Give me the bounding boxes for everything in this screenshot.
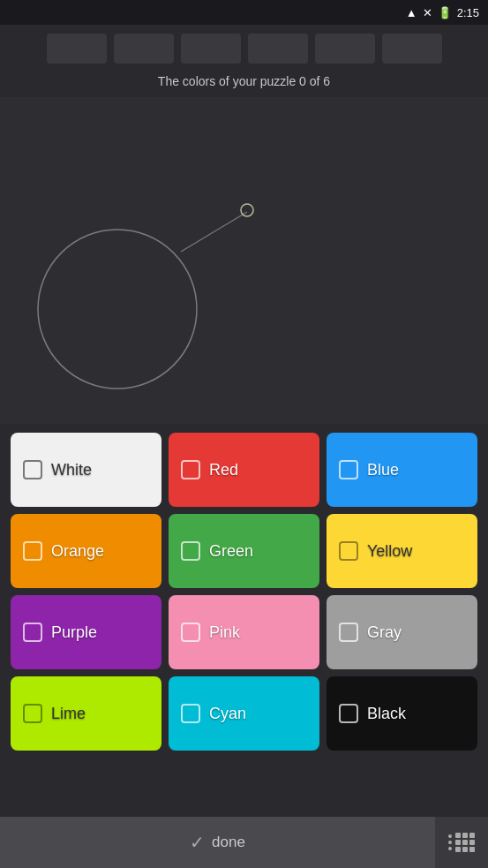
- done-label: done: [212, 834, 245, 851]
- svg-point-2: [241, 204, 253, 216]
- signal-icon: ✕: [423, 6, 432, 19]
- battery-icon: 🔋: [438, 6, 452, 19]
- checkbox-black: [339, 704, 358, 723]
- check-icon: ✓: [190, 832, 205, 853]
- dots-icon: [448, 834, 452, 850]
- color-button-lime[interactable]: Lime: [11, 676, 161, 751]
- color-button-gray[interactable]: Gray: [327, 595, 477, 669]
- clock: 2:15: [457, 6, 479, 19]
- color-button-green[interactable]: Green: [169, 514, 319, 588]
- color-label-lime: Lime: [51, 705, 86, 723]
- color-slot-5[interactable]: [315, 34, 375, 64]
- svg-point-0: [38, 230, 197, 389]
- color-label-red: Red: [209, 461, 238, 479]
- color-label-black: Black: [367, 705, 406, 723]
- color-button-blue[interactable]: Blue: [327, 433, 477, 507]
- color-slots: [0, 25, 488, 71]
- checkbox-white: [23, 460, 42, 479]
- color-slot-6[interactable]: [382, 34, 442, 64]
- color-button-orange[interactable]: Orange: [11, 514, 161, 588]
- checkbox-yellow: [339, 541, 358, 561]
- checkbox-green: [181, 541, 200, 561]
- color-label-pink: Pink: [209, 623, 240, 642]
- color-label-blue: Blue: [367, 461, 399, 479]
- color-slot-3[interactable]: [181, 34, 241, 64]
- color-label-yellow: Yellow: [367, 542, 412, 561]
- checkbox-orange: [23, 541, 42, 561]
- color-label-purple: Purple: [51, 623, 97, 642]
- svg-line-1: [181, 212, 247, 252]
- bottom-bar: ✓ done: [0, 817, 488, 868]
- checkbox-gray: [339, 623, 358, 642]
- color-button-yellow[interactable]: Yellow: [327, 514, 477, 588]
- done-button[interactable]: ✓ done: [0, 817, 435, 868]
- grid-icon: [455, 833, 475, 852]
- color-button-cyan[interactable]: Cyan: [169, 676, 319, 751]
- color-label-cyan: Cyan: [209, 705, 246, 723]
- wifi-icon: ▲: [406, 6, 417, 19]
- color-label-green: Green: [209, 542, 253, 561]
- color-button-red[interactable]: Red: [169, 433, 319, 507]
- subtitle: The colors of your puzzle 0 of 6: [0, 71, 488, 97]
- checkbox-red: [181, 460, 200, 479]
- menu-button[interactable]: [435, 817, 488, 868]
- color-slot-1[interactable]: [47, 34, 107, 64]
- color-button-white[interactable]: White: [11, 433, 161, 507]
- color-slot-2[interactable]: [114, 34, 174, 64]
- checkbox-blue: [339, 460, 358, 479]
- color-label-white: White: [51, 461, 92, 479]
- color-slot-4[interactable]: [248, 34, 308, 64]
- color-label-orange: Orange: [51, 542, 104, 561]
- color-grid: WhiteRedBlueOrangeGreenYellowPurplePinkG…: [0, 424, 488, 759]
- color-label-gray: Gray: [367, 623, 402, 642]
- color-button-black[interactable]: Black: [327, 676, 477, 751]
- drawing-svg: [0, 97, 488, 424]
- checkbox-cyan: [181, 704, 200, 723]
- checkbox-lime: [23, 704, 42, 723]
- color-button-pink[interactable]: Pink: [169, 595, 319, 669]
- color-button-purple[interactable]: Purple: [11, 595, 161, 669]
- checkbox-purple: [23, 623, 42, 642]
- checkbox-pink: [181, 623, 200, 642]
- status-bar: ▲ ✕ 🔋 2:15: [0, 0, 488, 25]
- canvas-area: [0, 97, 488, 424]
